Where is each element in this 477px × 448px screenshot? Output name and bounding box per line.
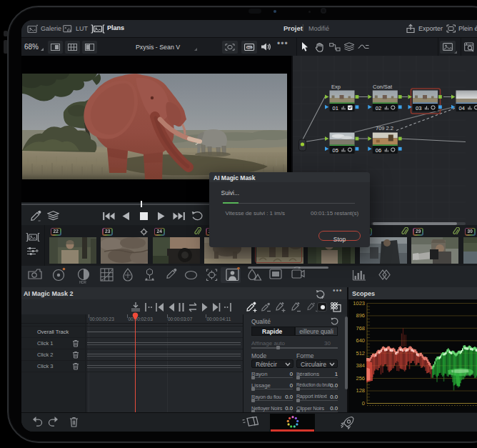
svg-text:Con/Sat: Con/Sat xyxy=(373,84,393,90)
svg-text:HDR: HDR xyxy=(79,281,86,284)
svg-text:709 2.2: 709 2.2 xyxy=(376,125,393,131)
svg-text:HQ: HQ xyxy=(247,46,251,49)
svg-text:04: 04 xyxy=(459,105,465,111)
svg-text:01: 01 xyxy=(333,105,338,111)
svg-text:05: 05 xyxy=(333,147,338,154)
svg-text:Exp: Exp xyxy=(331,84,341,90)
svg-text:06: 06 xyxy=(376,147,381,154)
svg-text:03: 03 xyxy=(416,105,421,111)
svg-text:02: 02 xyxy=(376,105,381,111)
